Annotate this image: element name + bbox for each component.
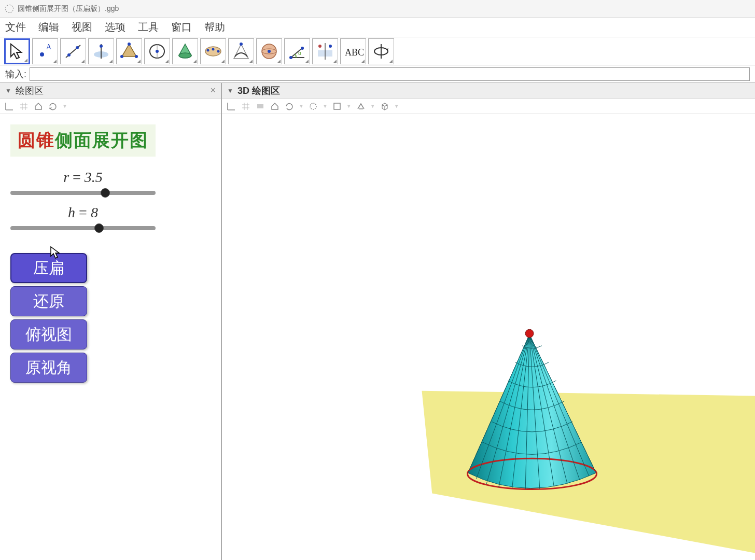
dd5-icon[interactable]: ▼: [394, 103, 399, 109]
input-label: 输入:: [5, 68, 26, 80]
panel-2d-toolstrip: ▼: [0, 99, 221, 114]
tool-line[interactable]: [60, 38, 86, 64]
menu-options[interactable]: 选项: [105, 20, 125, 34]
tool-rotate[interactable]: [368, 38, 394, 64]
window-titlebar: 圆锥侧面展开图（压扁版）.ggb: [0, 0, 755, 18]
svg-point-7: [100, 45, 103, 48]
plane-icon[interactable]: [255, 101, 265, 111]
panel-3d-header[interactable]: ▼ 3D 绘图区: [222, 83, 755, 99]
menu-view[interactable]: 视图: [72, 20, 92, 34]
svg-point-18: [217, 50, 220, 52]
svg-point-8: [128, 43, 131, 46]
svg-point-19: [240, 43, 243, 46]
collapse-icon[interactable]: ▼: [5, 87, 11, 94]
slider-h-block: h = 8: [10, 204, 211, 230]
svg-point-23: [289, 56, 292, 59]
svg-point-13: [156, 50, 159, 53]
heading-part1: 圆锥: [18, 131, 55, 150]
clip-icon[interactable]: [332, 101, 342, 111]
svg-point-14: [179, 53, 191, 58]
axes-icon[interactable]: [4, 101, 15, 111]
capture3d-icon[interactable]: [284, 101, 295, 111]
rotate3d-icon[interactable]: [308, 101, 318, 111]
svg-point-24: [301, 47, 304, 50]
grid3d-icon[interactable]: [241, 101, 251, 111]
tool-parabola[interactable]: [228, 38, 254, 64]
svg-point-17: [212, 48, 215, 50]
dropdown-caret-icon[interactable]: ▼: [62, 103, 67, 109]
svg-point-22: [268, 50, 271, 53]
tool-ellipse[interactable]: [200, 38, 226, 64]
svg-text:α: α: [298, 50, 301, 56]
scene-3d: [222, 114, 755, 560]
cone-apex-point[interactable]: [525, 329, 534, 338]
svg-point-29: [329, 45, 332, 48]
svg-point-16: [207, 49, 209, 51]
slider-h-label: h = 8: [10, 204, 156, 221]
canvas-3d[interactable]: [222, 114, 755, 560]
axes3d-icon[interactable]: [226, 101, 236, 111]
tool-cone[interactable]: [172, 38, 198, 64]
svg-point-3: [67, 53, 71, 57]
button-restore[interactable]: 还原: [10, 286, 87, 316]
heading-part2: 侧面展开图: [55, 131, 148, 150]
svg-point-28: [318, 45, 321, 48]
svg-text:ABC: ABC: [345, 47, 363, 58]
slider-h[interactable]: [10, 226, 156, 230]
tool-move[interactable]: [4, 38, 30, 64]
panel-graphics-3d: ▼ 3D 绘图区 ▼ ▼ ▼ ▼ ▼: [222, 83, 755, 560]
button-topview[interactable]: 俯视图: [10, 319, 87, 349]
button-flatten[interactable]: 压扁: [10, 253, 87, 283]
tool-sphere[interactable]: [256, 38, 282, 64]
collapse-icon[interactable]: ▼: [227, 87, 233, 94]
capture-icon[interactable]: [48, 101, 58, 111]
tool-perpendicular[interactable]: [88, 38, 114, 64]
svg-rect-35: [334, 103, 340, 109]
dd2-icon[interactable]: ▼: [323, 103, 328, 109]
svg-point-0: [40, 52, 44, 57]
svg-point-4: [76, 46, 79, 49]
button-origview[interactable]: 原视角: [10, 353, 87, 383]
tool-point[interactable]: A: [32, 38, 58, 64]
menu-tools[interactable]: 工具: [138, 20, 159, 34]
panel-graphics-2d: ▼ 绘图区 × ▼ 圆锥侧面展开图 r = 3.5: [0, 83, 222, 560]
slider-r-block: r = 3.5: [10, 169, 211, 195]
menu-file[interactable]: 文件: [5, 20, 26, 34]
algebra-input[interactable]: [30, 67, 750, 81]
canvas-2d[interactable]: 圆锥侧面展开图 r = 3.5 h = 8: [0, 114, 221, 560]
box-icon[interactable]: [380, 101, 390, 111]
main-toolbar: A α ABC: [0, 37, 755, 65]
tool-circle[interactable]: [144, 38, 170, 64]
slider-r-thumb[interactable]: [101, 188, 110, 198]
button-stack: 压扁 还原 俯视图 原视角: [10, 253, 211, 383]
dd4-icon[interactable]: ▼: [370, 103, 375, 109]
menu-help[interactable]: 帮助: [204, 20, 225, 34]
dd3-icon[interactable]: ▼: [346, 103, 352, 109]
dd1-icon[interactable]: ▼: [299, 103, 304, 109]
svg-point-9: [135, 55, 138, 58]
input-bar: 输入:: [0, 65, 755, 83]
panel-3d-toolstrip: ▼ ▼ ▼ ▼ ▼: [222, 99, 755, 114]
panel-3d-title: 3D 绘图区: [237, 85, 280, 97]
slider-h-thumb[interactable]: [94, 223, 104, 233]
home-icon[interactable]: [33, 101, 44, 111]
app-icon: [5, 5, 13, 13]
grid-icon[interactable]: [19, 101, 29, 111]
svg-rect-33: [257, 104, 263, 108]
panel-2d-header[interactable]: ▼ 绘图区 ×: [0, 83, 221, 99]
menu-window[interactable]: 窗口: [171, 20, 192, 34]
menu-bar: 文件 编辑 视图 选项 工具 窗口 帮助: [0, 18, 755, 37]
close-panel-icon[interactable]: ×: [210, 85, 216, 96]
slider-r-label: r = 3.5: [10, 169, 156, 186]
tool-polygon[interactable]: [116, 38, 142, 64]
tool-reflect[interactable]: [312, 38, 338, 64]
panel-2d-title: 绘图区: [16, 85, 44, 97]
svg-point-34: [310, 103, 316, 109]
svg-point-10: [120, 55, 123, 58]
menu-edit[interactable]: 编辑: [38, 20, 59, 34]
slider-r[interactable]: [10, 191, 156, 195]
home3d-icon[interactable]: [270, 101, 280, 111]
proj-icon[interactable]: [356, 101, 366, 111]
tool-angle[interactable]: α: [284, 38, 310, 64]
tool-text[interactable]: ABC: [340, 38, 366, 64]
